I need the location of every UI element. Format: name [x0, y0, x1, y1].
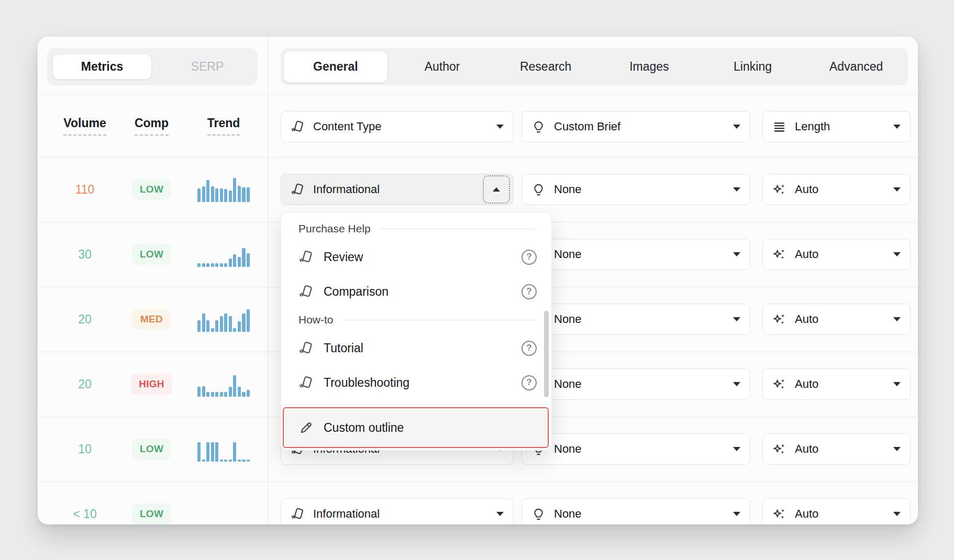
section-rule: [380, 229, 536, 229]
custom-brief-select[interactable]: None: [522, 368, 750, 400]
volume-value: < 10: [73, 507, 96, 521]
content-type-icon: [298, 341, 314, 356]
custom-brief-value: None: [554, 507, 582, 521]
help-icon[interactable]: ?: [522, 341, 537, 356]
menu-item-custom-outline[interactable]: Custom outline: [283, 407, 549, 448]
metrics-row: 30 LOW: [38, 222, 268, 287]
length-select[interactable]: Auto: [762, 174, 911, 205]
volume-value: 30: [78, 248, 92, 262]
length-value: Auto: [795, 442, 818, 456]
competition-badge: HIGH: [131, 374, 172, 395]
chevron-down-icon: [733, 447, 740, 451]
lightbulb-icon: [531, 507, 546, 521]
length-value: Auto: [795, 312, 818, 326]
trend-sparkline: [197, 307, 250, 332]
volume-value: 20: [78, 312, 92, 327]
dropdown-toggle-focus[interactable]: [483, 175, 510, 204]
divider: [38, 94, 918, 95]
chevron-down-icon: [893, 512, 901, 516]
tab-advanced[interactable]: Advanced: [804, 48, 908, 85]
custom-brief-value: None: [554, 312, 582, 326]
tab-linking[interactable]: Linking: [701, 48, 805, 85]
content-type-column-label: Content Type: [313, 120, 381, 133]
length-select[interactable]: Auto: [762, 433, 911, 465]
chevron-down-icon: [733, 317, 740, 321]
custom-brief-select[interactable]: None: [522, 498, 750, 524]
menu-item-troubleshooting[interactable]: Troubleshooting ?: [281, 365, 551, 400]
menu-item-tutorial[interactable]: Tutorial ?: [281, 331, 551, 365]
menu-item-review[interactable]: Review ?: [281, 240, 551, 274]
tab-author[interactable]: Author: [391, 48, 494, 85]
column-header-trend: Trend: [207, 116, 240, 136]
length-column-dropdown[interactable]: Length: [762, 111, 911, 142]
chevron-down-icon: [893, 187, 901, 192]
length-value: Auto: [795, 183, 818, 196]
content-type-select[interactable]: Informational: [281, 174, 514, 205]
tab-general[interactable]: General: [283, 51, 388, 83]
menu-item-label: Custom outline: [324, 421, 404, 435]
help-icon[interactable]: ?: [522, 250, 537, 265]
content-type-value: Informational: [313, 183, 380, 196]
section-rule: [343, 320, 536, 320]
tab-serp[interactable]: SERP: [157, 48, 258, 85]
custom-brief-select[interactable]: None: [522, 239, 750, 270]
metrics-row: 10 LOW: [38, 417, 268, 481]
sparkles-icon: [772, 312, 786, 327]
chevron-down-icon: [733, 252, 740, 256]
trend-sparkline: [197, 177, 250, 202]
help-icon[interactable]: ?: [522, 284, 537, 299]
sparkles-icon: [772, 183, 786, 197]
content-type-value: Informational: [313, 507, 380, 521]
custom-brief-select[interactable]: None: [522, 304, 750, 335]
custom-brief-value: None: [554, 248, 582, 261]
custom-brief-column-label: Custom Brief: [554, 120, 620, 133]
content-type-select[interactable]: Informational: [281, 498, 514, 524]
length-lines-icon: [772, 120, 786, 134]
sparkles-icon: [772, 442, 786, 456]
menu-item-label: Review: [324, 250, 363, 264]
competition-badge: LOW: [132, 244, 171, 265]
volume-value: 10: [78, 442, 92, 456]
metrics-row: 110 LOW: [38, 157, 268, 222]
length-select[interactable]: Auto: [762, 498, 911, 524]
custom-brief-value: None: [554, 377, 582, 391]
custom-brief-value: None: [554, 442, 582, 456]
length-select[interactable]: Auto: [762, 368, 911, 400]
settings-tabs: General Author Research Images Linking A…: [281, 48, 908, 85]
competition-badge: LOW: [132, 439, 171, 460]
column-header-volume: Volume: [63, 116, 106, 136]
length-select[interactable]: Auto: [762, 304, 911, 335]
length-value: Auto: [795, 248, 818, 261]
competition-badge: LOW: [132, 179, 171, 200]
competition-badge: MED: [132, 309, 171, 330]
content-type-menu: Purchase Help Review ? Comparison ? How-…: [281, 212, 552, 451]
custom-brief-select[interactable]: None: [522, 433, 750, 465]
content-type-icon: [298, 375, 314, 390]
sparkles-icon: [772, 248, 786, 262]
menu-section-label: Purchase Help: [298, 222, 371, 235]
content-type-icon: [298, 284, 314, 299]
content-type-column-dropdown[interactable]: Content Type: [281, 111, 514, 142]
custom-brief-column-dropdown[interactable]: Custom Brief: [522, 111, 750, 142]
length-select[interactable]: Auto: [762, 239, 911, 270]
length-column-label: Length: [795, 120, 830, 133]
help-icon[interactable]: ?: [522, 375, 537, 390]
content-type-icon: [291, 120, 305, 134]
menu-item-comparison[interactable]: Comparison ?: [281, 274, 551, 309]
content-type-icon: [291, 507, 305, 521]
length-value: Auto: [795, 507, 818, 521]
custom-brief-value: None: [554, 183, 582, 196]
tab-metrics[interactable]: Metrics: [52, 54, 152, 80]
metrics-column-headers: Volume Comp Trend: [38, 94, 268, 157]
metrics-row: < 10 LOW: [38, 481, 268, 524]
menu-section-header: Purchase Help: [281, 218, 551, 240]
settings-row: Informational None Auto: [269, 481, 918, 524]
custom-brief-select[interactable]: None: [522, 174, 750, 205]
metrics-panel: Metrics SERP Volume Comp Trend 110 LOW 3…: [38, 37, 268, 524]
volume-value: 20: [78, 377, 92, 391]
chevron-down-icon: [733, 382, 740, 386]
tab-images[interactable]: Images: [597, 48, 701, 85]
menu-section-label: How-to: [298, 313, 334, 326]
menu-scrollbar[interactable]: [544, 311, 549, 397]
tab-research[interactable]: Research: [494, 48, 597, 85]
